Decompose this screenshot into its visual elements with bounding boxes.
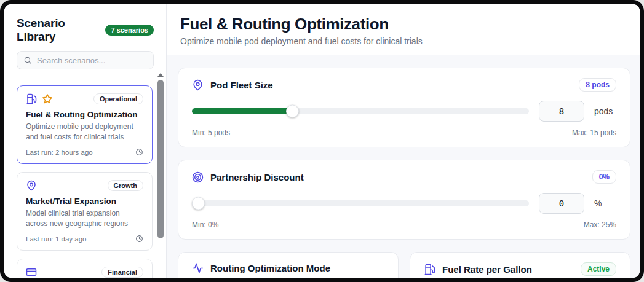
partnership-discount-card: Partnership Discount 0% % Min: 0% Max:: [178, 160, 630, 240]
scenario-card-collections-billing[interactable]: Financial Collections & Billing Enforcem…: [17, 259, 153, 278]
max-label: Max: 25%: [584, 221, 616, 229]
category-badge: Operational: [93, 93, 143, 104]
search-icon: [23, 56, 32, 65]
clock-icon: [135, 148, 143, 156]
max-label: Max: 15 pods: [572, 128, 616, 137]
category-badge: Growth: [108, 180, 144, 191]
control-label: Routing Optimization Mode: [210, 263, 384, 273]
partnership-discount-slider[interactable]: [192, 200, 529, 206]
partnership-discount-value-input[interactable]: [539, 193, 584, 214]
scenario-title: Market/Trial Expansion: [26, 197, 143, 206]
pod-fleet-size-card: Pod Fleet Size 8 pods pods Min: 5 pods: [178, 68, 630, 147]
category-badge: Financial: [101, 267, 143, 278]
scenario-list: Operational Fuel & Routing Optimization …: [4, 77, 166, 278]
control-label: Fuel Rate per Gallon: [442, 264, 581, 275]
main-header: Fuel & Routing Optimization Optimize mob…: [167, 4, 640, 55]
control-label: Pod Fleet Size: [210, 80, 579, 90]
scenario-description: Optimize mobile pod deployment and fuel …: [26, 122, 143, 143]
search-input[interactable]: [37, 56, 147, 65]
fuel-pump-icon: [26, 93, 37, 104]
clock-icon: [135, 235, 143, 243]
fuel-pump-icon: [424, 264, 435, 275]
control-label: Partnership Discount: [210, 172, 592, 182]
scenario-title: Fuel & Routing Optimization: [26, 110, 143, 119]
page-subtitle: Optimize mobile pod deployment and fuel …: [180, 36, 625, 46]
main-panel: Fuel & Routing Optimization Optimize mob…: [167, 4, 640, 278]
app-window: Scenario Library 7 scenarios: [4, 4, 640, 278]
slider-thumb[interactable]: [192, 197, 205, 210]
unit-label: pods: [594, 106, 616, 116]
routing-optimization-mode-card: Routing Optimization Mode: [178, 252, 399, 278]
activity-icon: [192, 262, 204, 274]
map-pin-icon: [26, 180, 37, 191]
fuel-rate-per-gallon-card: Fuel Rate per Gallon Active: [410, 252, 630, 278]
sidebar-header: Scenario Library 7 scenarios: [4, 4, 166, 77]
target-icon: [192, 171, 204, 183]
scrollbar-thumb[interactable]: [157, 80, 164, 238]
map-pin-icon: [192, 79, 204, 91]
scenario-search[interactable]: [17, 51, 154, 69]
pod-fleet-value-input[interactable]: [539, 101, 584, 122]
sidebar-scrollbar[interactable]: [156, 73, 164, 274]
slider-thumb[interactable]: [286, 105, 299, 118]
pod-fleet-slider[interactable]: [192, 108, 529, 114]
value-badge: 8 pods: [579, 78, 616, 92]
last-run-label: Last run: 1 day ago: [26, 235, 86, 243]
last-run-label: Last run: 2 hours ago: [26, 149, 93, 156]
scenario-card-fuel-routing[interactable]: Operational Fuel & Routing Optimization …: [17, 85, 153, 164]
star-icon[interactable]: [42, 93, 53, 104]
scenario-card-market-expansion[interactable]: Growth Market/Trial Expansion Model clin…: [17, 172, 153, 251]
credit-card-icon: [26, 267, 37, 278]
scenario-description: Model clinical trial expansion across ne…: [26, 208, 143, 229]
sidebar-title: Scenario Library: [17, 17, 100, 44]
scenario-count-badge: 7 scenarios: [105, 25, 154, 36]
unit-label: %: [594, 198, 616, 208]
scenario-sidebar: Scenario Library 7 scenarios: [4, 4, 167, 278]
scrollbar-up-arrow-icon[interactable]: [157, 73, 164, 77]
slider-fill: [192, 108, 293, 114]
page-title: Fuel & Routing Optimization: [180, 15, 625, 34]
controls-area: Pod Fleet Size 8 pods pods Min: 5 pods: [167, 55, 640, 278]
value-badge: 0%: [592, 170, 616, 184]
min-label: Min: 0%: [192, 221, 218, 229]
window-frame: Scenario Library 7 scenarios: [0, 0, 644, 282]
active-status-badge: Active: [581, 262, 616, 276]
min-label: Min: 5 pods: [192, 128, 230, 137]
